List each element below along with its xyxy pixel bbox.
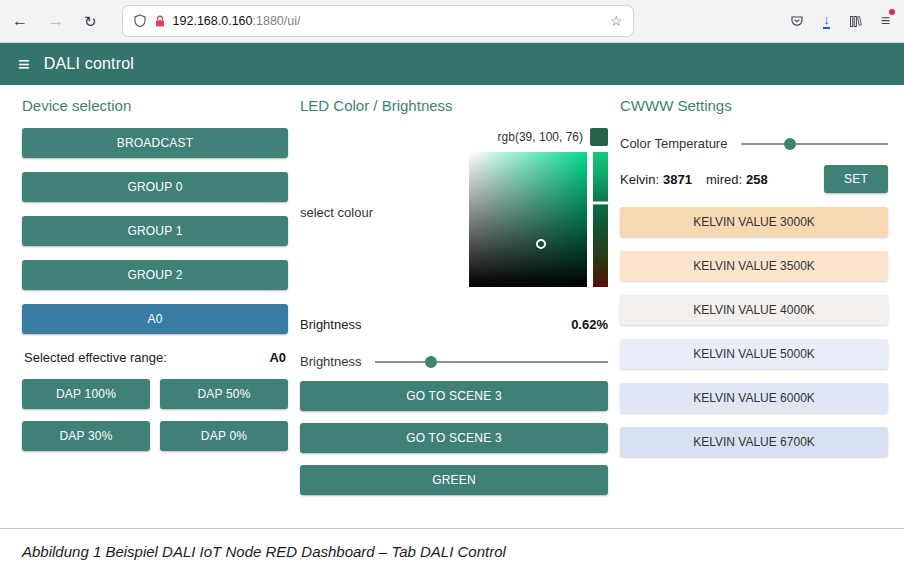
url-path: :1880/ui/ — [253, 14, 301, 28]
kelvin-value: 3871 — [663, 172, 692, 187]
picker-box — [469, 152, 608, 287]
notification-dot — [889, 9, 895, 15]
colour-picker-area: select colour rgb(39, 100, 76) — [300, 128, 608, 287]
dashboard: Device selection BROADCAST GROUP 0 GROUP… — [0, 85, 904, 528]
figure-caption: Abbildung 1 Beispiel DALI IoT Node RED D… — [22, 543, 904, 560]
bookmark-star-icon[interactable]: ☆ — [610, 13, 623, 29]
group-2-button[interactable]: GROUP 2 — [22, 260, 288, 290]
selected-range-value: A0 — [269, 350, 286, 365]
kelvin-button-list: KELVIN VALUE 3000K KELVIN VALUE 3500K KE… — [620, 207, 888, 457]
nav-buttons: ← → ↻ — [12, 13, 97, 29]
browser-toolbar: ← → ↻ 192.168.0.160:1880/ui/ ☆ ↓ ≡ — [0, 0, 904, 43]
hue-marker[interactable] — [593, 202, 608, 205]
kelvin-3000k-button[interactable]: KELVIN VALUE 3000K — [620, 207, 888, 237]
cwww-panel: CWWW Settings Color Temperature Kelvin: … — [620, 97, 888, 528]
led-panel: LED Color / Brightness select colour rgb… — [300, 97, 608, 528]
brightness-label: Brightness — [300, 317, 361, 332]
page-title: DALI control — [44, 55, 134, 73]
device-a0-button[interactable]: A0 — [22, 304, 288, 334]
dap-30-button[interactable]: DAP 30% — [22, 421, 150, 451]
reload-button[interactable]: ↻ — [84, 14, 97, 29]
kelvin-3500k-button[interactable]: KELVIN VALUE 3500K — [620, 251, 888, 281]
brightness-slider-label: Brightness — [300, 354, 361, 369]
app-menu-glyph: ≡ — [881, 12, 890, 29]
device-selection-panel: Device selection BROADCAST GROUP 0 GROUP… — [22, 97, 288, 528]
go-to-scene-3-button-1[interactable]: GO TO SCENE 3 — [300, 381, 608, 411]
shield-icon[interactable] — [133, 14, 147, 28]
colour-picker[interactable]: rgb(39, 100, 76) — [469, 128, 608, 287]
downloads-icon[interactable]: ↓ — [823, 13, 830, 29]
forward-button[interactable]: → — [48, 13, 64, 29]
rgb-value: rgb(39, 100, 76) — [498, 130, 583, 144]
brightness-value: 0.62% — [571, 317, 608, 332]
kelvin-6000k-button[interactable]: KELVIN VALUE 6000K — [620, 383, 888, 413]
select-colour-label: select colour — [300, 205, 373, 220]
hamburger-menu-icon[interactable]: ≡ — [18, 54, 30, 74]
mired-value: 258 — [746, 172, 768, 187]
library-icon[interactable] — [849, 15, 862, 28]
colour-swatch[interactable] — [590, 128, 608, 146]
color-temperature-label: Color Temperature — [620, 136, 727, 151]
brightness-slider-row: Brightness — [300, 354, 608, 369]
dashboard-header: ≡ DALI control — [0, 43, 904, 85]
insecure-lock-icon[interactable] — [154, 15, 166, 28]
app-menu-icon[interactable]: ≡ — [881, 13, 890, 29]
kelvin-label: Kelvin: — [620, 172, 659, 187]
browser-window: ← → ↻ 192.168.0.160:1880/ui/ ☆ ↓ ≡ — [0, 0, 904, 529]
url-text: 192.168.0.160:1880/ui/ — [173, 14, 603, 28]
dap-100-button[interactable]: DAP 100% — [22, 379, 150, 409]
colour-marker[interactable] — [536, 239, 546, 249]
kelvin-5000k-button[interactable]: KELVIN VALUE 5000K — [620, 339, 888, 369]
pocket-icon[interactable] — [790, 14, 804, 28]
color-temperature-row: Color Temperature — [620, 136, 888, 151]
url-host: 192.168.0.160 — [173, 14, 253, 28]
broadcast-button[interactable]: BROADCAST — [22, 128, 288, 158]
dap-0-button[interactable]: DAP 0% — [160, 421, 288, 451]
brightness-slider-handle[interactable] — [425, 356, 437, 368]
set-button[interactable]: SET — [824, 165, 888, 193]
group-0-button[interactable]: GROUP 0 — [22, 172, 288, 202]
brightness-value-row: Brightness 0.62% — [300, 317, 608, 332]
selected-range-row: Selected effective range: A0 — [22, 350, 288, 365]
url-bar[interactable]: 192.168.0.160:1880/ui/ ☆ — [123, 6, 633, 36]
rgb-row: rgb(39, 100, 76) — [469, 128, 608, 146]
toolbar-right: ↓ ≡ — [790, 13, 890, 29]
device-button-list: BROADCAST GROUP 0 GROUP 1 GROUP 2 A0 — [22, 128, 288, 334]
led-title: LED Color / Brightness — [300, 97, 608, 114]
color-temperature-slider[interactable] — [741, 137, 888, 151]
kelvin-6700k-button[interactable]: KELVIN VALUE 6700K — [620, 427, 888, 457]
kelvin-4000k-button[interactable]: KELVIN VALUE 4000K — [620, 295, 888, 325]
selected-range-label: Selected effective range: — [24, 350, 167, 365]
green-button[interactable]: GREEN — [300, 465, 608, 495]
kelvin-mired-text: Kelvin: 3871 mired: 258 — [620, 172, 768, 187]
saturation-square[interactable] — [469, 152, 587, 287]
brightness-slider[interactable] — [375, 355, 608, 369]
dap-50-button[interactable]: DAP 50% — [160, 379, 288, 409]
scene-button-list: GO TO SCENE 3 GO TO SCENE 3 GREEN — [300, 381, 608, 495]
group-1-button[interactable]: GROUP 1 — [22, 216, 288, 246]
device-selection-title: Device selection — [22, 97, 288, 114]
color-temperature-handle[interactable] — [784, 138, 796, 150]
back-button[interactable]: ← — [12, 13, 28, 29]
hue-bar[interactable] — [593, 152, 608, 287]
kelvin-mired-row: Kelvin: 3871 mired: 258 SET — [620, 165, 888, 193]
cwww-title: CWWW Settings — [620, 97, 888, 114]
go-to-scene-3-button-2[interactable]: GO TO SCENE 3 — [300, 423, 608, 453]
dap-button-grid: DAP 100% DAP 50% DAP 30% DAP 0% — [22, 379, 288, 451]
mired-label: mired: — [706, 172, 742, 187]
